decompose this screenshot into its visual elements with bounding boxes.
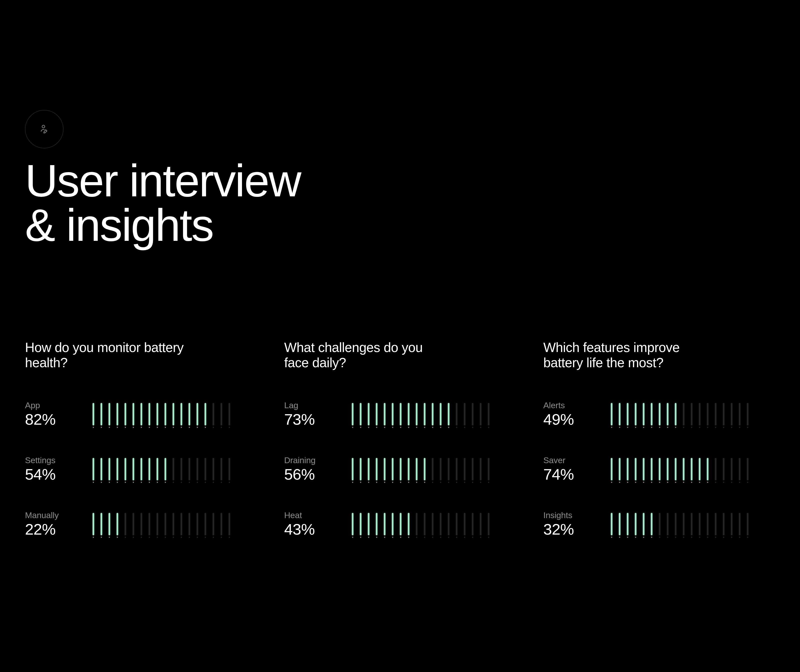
metric-row: Insights32% bbox=[543, 510, 765, 538]
tally-bar-empty bbox=[696, 402, 703, 428]
tally-bar-filled bbox=[616, 512, 623, 538]
tally-bar-filled bbox=[397, 402, 404, 428]
metric-value: 22% bbox=[25, 522, 90, 537]
tally-bar-empty bbox=[485, 512, 492, 538]
tally-bar-empty bbox=[477, 402, 484, 428]
tally-bar-empty bbox=[218, 402, 225, 428]
tally-bar-empty bbox=[138, 512, 145, 538]
tally-bar-empty bbox=[688, 512, 695, 538]
metric-label: Saver bbox=[543, 455, 608, 465]
tally-bar-filled bbox=[357, 512, 364, 538]
tally-bar-empty bbox=[445, 512, 452, 538]
tally-bar-filled bbox=[186, 402, 193, 428]
tally-bar-filled bbox=[397, 512, 404, 538]
tally-bar-filled bbox=[138, 457, 145, 483]
metric-value: 32% bbox=[543, 522, 608, 537]
tally-bar-empty bbox=[664, 512, 671, 538]
tally-bar-empty bbox=[704, 512, 711, 538]
tally-bar-empty bbox=[736, 402, 743, 428]
tally-bar-filled bbox=[130, 457, 137, 483]
tally-bar-empty bbox=[744, 402, 751, 428]
column-heading: How do you monitor battery health? bbox=[25, 340, 185, 370]
tally-bar-filled bbox=[373, 402, 380, 428]
metrics-column: Which features improve battery life the … bbox=[543, 340, 765, 565]
metric-value: 49% bbox=[543, 412, 608, 427]
tally-bar-filled bbox=[114, 457, 121, 483]
tally-bar-filled bbox=[146, 457, 153, 483]
tally-bar-empty bbox=[704, 402, 711, 428]
svg-point-0 bbox=[42, 125, 45, 128]
tally-bar-empty bbox=[210, 457, 217, 483]
tally-bar-filled bbox=[632, 402, 639, 428]
tally-bar-empty bbox=[461, 457, 468, 483]
metric-text: Manually22% bbox=[25, 510, 90, 537]
tally-bar-empty bbox=[728, 512, 735, 538]
tally-bar-empty bbox=[453, 402, 460, 428]
tally-bar-filled bbox=[146, 402, 153, 428]
tally-bar-filled bbox=[349, 402, 356, 428]
metric-text: Alerts49% bbox=[543, 400, 608, 427]
tally-bar-empty bbox=[226, 512, 233, 538]
tally-bar-empty bbox=[218, 512, 225, 538]
tally-bar-empty bbox=[736, 512, 743, 538]
tally-bar-filled bbox=[704, 457, 711, 483]
tally-bar-empty bbox=[429, 512, 436, 538]
tally-bar-filled bbox=[138, 402, 145, 428]
tally-bar-filled bbox=[381, 512, 388, 538]
metric-text: Saver74% bbox=[543, 455, 608, 482]
tally-bar-filled bbox=[114, 512, 121, 538]
tally-bar-filled bbox=[680, 457, 687, 483]
tally-bar-filled bbox=[373, 512, 380, 538]
tally-bar-empty bbox=[421, 512, 428, 538]
tally-bar-empty bbox=[202, 512, 209, 538]
metric-value: 82% bbox=[25, 412, 90, 427]
metric-text: Heat43% bbox=[284, 510, 349, 537]
tally-bar-empty bbox=[469, 512, 476, 538]
tally-bar-empty bbox=[720, 402, 727, 428]
tally-bar-filled bbox=[90, 512, 97, 538]
tally-bar-filled bbox=[349, 457, 356, 483]
tally-bar-empty bbox=[210, 512, 217, 538]
tally-bar-filled bbox=[640, 512, 647, 538]
tally-bar-filled bbox=[632, 457, 639, 483]
tally-bar-empty bbox=[453, 512, 460, 538]
tally-bar-filled bbox=[114, 402, 121, 428]
tally-chart bbox=[90, 400, 247, 428]
tally-bar-filled bbox=[90, 402, 97, 428]
tally-bar-empty bbox=[469, 457, 476, 483]
tally-bar-filled bbox=[640, 402, 647, 428]
tally-bar-filled bbox=[202, 402, 209, 428]
tally-bar-empty bbox=[453, 457, 460, 483]
tally-bar-filled bbox=[616, 402, 623, 428]
tally-bar-empty bbox=[170, 457, 177, 483]
metrics-column: What challenges do you face daily?Lag73%… bbox=[284, 340, 506, 565]
tally-bar-filled bbox=[154, 457, 161, 483]
tally-bar-empty bbox=[437, 457, 444, 483]
tally-bar-filled bbox=[429, 402, 436, 428]
metric-value: 43% bbox=[284, 522, 349, 537]
tally-bar-filled bbox=[365, 457, 372, 483]
tally-bar-empty bbox=[130, 512, 137, 538]
tally-bar-filled bbox=[616, 457, 623, 483]
tally-bar-filled bbox=[648, 402, 655, 428]
tally-chart bbox=[608, 400, 765, 428]
tally-bar-empty bbox=[720, 512, 727, 538]
tally-bar-filled bbox=[421, 402, 428, 428]
tally-bar-empty bbox=[178, 512, 185, 538]
tally-bar-filled bbox=[688, 457, 695, 483]
metric-row: Alerts49% bbox=[543, 400, 765, 428]
tally-bar-filled bbox=[122, 402, 129, 428]
tally-bar-empty bbox=[736, 457, 743, 483]
tally-bar-empty bbox=[461, 512, 468, 538]
tally-bar-filled bbox=[656, 402, 663, 428]
metric-row: Manually22% bbox=[25, 510, 247, 538]
tally-bar-empty bbox=[445, 457, 452, 483]
tally-bar-filled bbox=[154, 402, 161, 428]
tally-bar-filled bbox=[381, 457, 388, 483]
tally-bar-empty bbox=[437, 512, 444, 538]
tally-chart bbox=[349, 400, 506, 428]
tally-bar-empty bbox=[170, 512, 177, 538]
tally-bar-filled bbox=[357, 402, 364, 428]
tally-bar-filled bbox=[98, 402, 105, 428]
tally-chart bbox=[349, 510, 506, 538]
